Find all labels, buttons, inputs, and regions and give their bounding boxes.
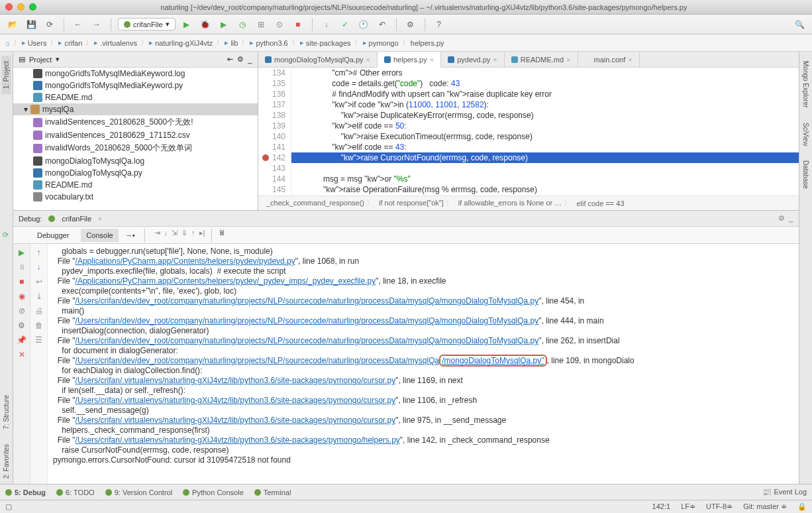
- mongo-explorer-tab[interactable]: Mongo Explorer: [801, 56, 811, 113]
- run-configuration-select[interactable]: crifanFile ▾: [118, 18, 176, 30]
- tree-item[interactable]: mongoGridfsToMysqlMediaKeyword.log: [13, 68, 258, 80]
- debug-hide-icon[interactable]: ⎯: [789, 214, 793, 223]
- editor-tab[interactable]: pydevd.py ×: [441, 52, 505, 68]
- debugger-tab[interactable]: Debugger: [32, 229, 74, 242]
- home-icon[interactable]: ⌂: [5, 38, 21, 48]
- tree-item[interactable]: mongoDialogToMysqlQa.py: [13, 167, 258, 179]
- structure-tool-tab[interactable]: 7: Structure: [1, 390, 11, 435]
- breadcrumb-item[interactable]: ▸ pymongo: [363, 38, 409, 48]
- debug-gear-icon[interactable]: ⚙: [778, 214, 785, 223]
- pin-tab-icon[interactable]: 📌: [17, 335, 26, 345]
- step-into-my-icon[interactable]: ⇲: [172, 229, 178, 242]
- step-into-icon[interactable]: ↓: [164, 229, 168, 242]
- forward-icon[interactable]: →: [89, 17, 104, 32]
- breadcrumb-item[interactable]: ▸ python3.6: [250, 38, 298, 48]
- run-to-cursor-icon[interactable]: ▸|: [199, 229, 205, 242]
- scroll-end-icon[interactable]: ⤓: [36, 292, 42, 301]
- force-step-icon[interactable]: ⇓: [181, 229, 187, 242]
- readonly-lock-icon[interactable]: 🔒: [797, 502, 807, 511]
- step-out-icon[interactable]: ↑: [191, 229, 195, 242]
- tree-item[interactable]: mongoDialogToMysqlQa.log: [13, 155, 258, 167]
- vcs-history-icon[interactable]: 🕐: [356, 17, 371, 32]
- up-stack-icon[interactable]: ↑: [37, 248, 41, 257]
- code-content[interactable]: "cm"># Other errors code = details.get("…: [291, 68, 799, 196]
- dropdown-icon[interactable]: ▾: [56, 55, 60, 64]
- editor-tab[interactable]: main.conf ×: [578, 52, 640, 68]
- run-icon[interactable]: ▶: [179, 17, 194, 32]
- bottom-tab[interactable]: Python Console: [183, 488, 244, 496]
- evaluate-icon[interactable]: 🖩: [219, 229, 226, 242]
- vcs-update-icon[interactable]: ↓: [319, 17, 334, 32]
- tree-item[interactable]: invalidSentences_20180629_171152.csv: [13, 129, 258, 141]
- pause-icon[interactable]: ⏸: [18, 262, 26, 272]
- stop-debug-icon[interactable]: ■: [19, 277, 24, 286]
- editor-tab[interactable]: mongoDialogToMysqlQa.py ×: [258, 52, 378, 68]
- breadcrumb-item[interactable]: ▸ site-packages: [300, 38, 362, 48]
- vcs-commit-icon[interactable]: ✓: [338, 17, 352, 32]
- database-tab[interactable]: Database: [801, 155, 811, 194]
- file-encoding[interactable]: UTF-8≑: [706, 502, 733, 511]
- collapse-icon[interactable]: ⇤: [227, 55, 233, 64]
- console-output[interactable]: globals = debugger.run(setup['file'], No…: [48, 244, 799, 484]
- code-crumb[interactable]: if not response["ok"]: [379, 198, 453, 208]
- save-icon[interactable]: 💾: [24, 17, 38, 32]
- close-window-button[interactable]: [5, 3, 13, 11]
- tree-item[interactable]: vocabulary.txt: [13, 191, 258, 203]
- breadcrumb-item[interactable]: ▸ lib: [225, 38, 248, 48]
- rerun-icon[interactable]: ⟳: [3, 231, 9, 239]
- code-crumb[interactable]: if allowable_errors is None or …: [458, 198, 572, 208]
- tree-item[interactable]: invalidSentences_20180628_5000个无效!: [13, 115, 258, 129]
- editor-tab[interactable]: README.md ×: [505, 52, 578, 68]
- concurrency-icon[interactable]: ⊞: [254, 17, 268, 32]
- tree-item[interactable]: README.md: [13, 91, 258, 103]
- vcs-revert-icon[interactable]: ↶: [375, 17, 389, 32]
- close-session-icon[interactable]: ×: [98, 215, 102, 223]
- attach-icon[interactable]: ⊙: [272, 17, 287, 32]
- open-file-icon[interactable]: 📂: [5, 17, 20, 32]
- bottom-tab[interactable]: Terminal: [254, 488, 291, 496]
- console-pin-icon[interactable]: →•: [125, 231, 135, 239]
- hide-panel-icon[interactable]: ⎯: [248, 56, 252, 64]
- console-tab[interactable]: Console: [81, 229, 118, 242]
- resume-icon[interactable]: ▶: [19, 248, 25, 257]
- project-tool-tab[interactable]: 1: Project: [1, 56, 11, 94]
- tree-item[interactable]: mongoGridfsToMysqlMediaKeyword.py: [13, 80, 258, 91]
- refresh-icon[interactable]: ⟳: [42, 17, 57, 32]
- debug-icon[interactable]: 🐞: [198, 17, 213, 32]
- breadcrumb-item[interactable]: helpers.py: [411, 39, 448, 47]
- tree-item[interactable]: README.md: [13, 179, 258, 191]
- clear-icon[interactable]: 🗑: [35, 321, 43, 330]
- print-icon[interactable]: 🖨: [35, 306, 43, 315]
- git-branch[interactable]: Git: master ≑: [743, 502, 787, 511]
- maximize-window-button[interactable]: [29, 3, 36, 11]
- line-ending[interactable]: LF≑: [681, 502, 695, 511]
- filter-icon[interactable]: ☰: [35, 335, 42, 345]
- back-icon[interactable]: ←: [71, 17, 85, 32]
- sciview-tab[interactable]: SciView: [801, 117, 811, 151]
- status-icon[interactable]: ▢: [5, 502, 12, 511]
- settings-icon[interactable]: ⚙: [403, 17, 418, 32]
- step-over-icon[interactable]: ⇥: [154, 229, 160, 242]
- tree-item[interactable]: invalidWords_20180628_5000个无效单词: [13, 141, 258, 155]
- breadcrumb-item[interactable]: ▸ crifan: [58, 38, 93, 48]
- breadcrumb-item[interactable]: ▸ Users: [22, 38, 58, 48]
- close-debug-icon[interactable]: ✕: [19, 350, 25, 359]
- search-icon[interactable]: 🔍: [792, 17, 807, 32]
- favorites-tool-tab[interactable]: 2: Favorites: [1, 439, 11, 484]
- tree-item[interactable]: ▾ mysqlQa: [13, 103, 258, 115]
- editor-tab[interactable]: helpers.py ×: [378, 52, 441, 68]
- project-tree[interactable]: mongoGridfsToMysqlMediaKeyword.log mongo…: [13, 68, 258, 210]
- line-gutter[interactable]: 134135136137138139140141142143144145146: [258, 68, 291, 196]
- bottom-tab[interactable]: 5: Debug: [5, 488, 46, 496]
- minimize-window-button[interactable]: [17, 3, 25, 11]
- code-crumb[interactable]: elif code == 43: [576, 200, 624, 207]
- view-breakpoints-icon[interactable]: ◉: [19, 292, 25, 301]
- settings-gear-icon[interactable]: ⚙: [237, 55, 244, 64]
- editor-breadcrumbs[interactable]: _check_command_response()if not response…: [258, 196, 799, 210]
- help-icon[interactable]: ?: [432, 17, 446, 32]
- breadcrumb-item[interactable]: ▸ .virtualenvs: [94, 38, 148, 48]
- code-editor[interactable]: 134135136137138139140141142143144145146 …: [258, 68, 799, 196]
- mute-breakpoints-icon[interactable]: ⊘: [19, 306, 25, 315]
- bottom-tab[interactable]: 9: Version Control: [105, 488, 172, 496]
- down-stack-icon[interactable]: ↓: [37, 262, 41, 272]
